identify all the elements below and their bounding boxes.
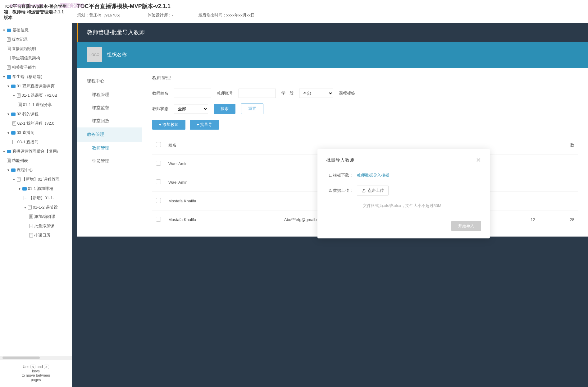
page-heading: 教师管理 [152, 75, 578, 81]
tree-doc[interactable]: 03-1 直播间 [0, 137, 72, 147]
axure-sidebar: axurehub.com 原型资源站 TOC平台直播mvp版本-整合学生端、教师… [0, 0, 72, 387]
checkbox-all[interactable] [156, 142, 161, 147]
row-checkbox[interactable] [156, 161, 161, 166]
app-nav: 课程中心 课程管理 课堂监督 课堂回放 教务管理 教师管理 学员管理 [77, 68, 142, 237]
nav-course-mgmt[interactable]: 课程管理 [77, 88, 142, 101]
tree-doc[interactable]: 相关案子能力 [0, 63, 72, 72]
folder-icon [11, 131, 16, 135]
watermark-2: 原型资源站 [59, 2, 84, 9]
import-modal: 批量导入教师 ✕ 1. 模板下载： 教师数据导入模板 2. 数据上传： 点击上传… [317, 149, 490, 238]
doc-title: TOC平台直播课模块-MVP版本-v2.1.1 [77, 2, 583, 10]
doc-icon [12, 140, 16, 144]
doc-header: TOC平台直播课模块-MVP版本-v2.1.1 策划：黄庄楠（916785） 体… [72, 0, 588, 23]
tree-doc[interactable]: ▼ 01-1-2 课节设 [0, 203, 72, 212]
doc-icon [7, 47, 11, 51]
prototype-canvas: 教师管理-批量导入教师 LOGO 组织名称 课程中心 课程管理 课堂监督 课堂回… [72, 23, 588, 387]
filter-status-select[interactable]: 全部 [174, 104, 208, 113]
row-checkbox[interactable] [156, 217, 161, 222]
template-download-link[interactable]: 教师数据导入模板 [357, 173, 389, 178]
doc-icon [7, 65, 11, 70]
doc-icon [29, 233, 33, 237]
modal-title: 批量导入教师 [326, 157, 354, 163]
org-name: 组织名称 [107, 52, 127, 58]
tree-doc[interactable]: 排课日历 [0, 231, 72, 240]
tree-doc[interactable]: 02-1 我的课程（v2.0 [0, 119, 72, 128]
nav-teacher-mgmt[interactable]: 教师管理 [77, 142, 142, 155]
filter-name-label: 教师姓名 [152, 90, 168, 96]
add-teacher-button[interactable]: + 添加教师 [152, 120, 185, 130]
doc-icon [29, 214, 33, 219]
tree-folder[interactable]: ▼ 课程中心 [0, 165, 72, 175]
upload-hint: 文件格式为.xls或.xlsx，文件大小不超过50M [326, 203, 481, 209]
tree-doc[interactable]: 添加/编辑课 [0, 212, 72, 221]
doc-icon [28, 205, 32, 210]
search-button[interactable]: 搜索 [214, 104, 235, 114]
meta-designer-label: 体验设计师： [148, 13, 172, 17]
tree-folder-basic[interactable]: ▼ 基础信息 [0, 25, 72, 35]
doc-icon [17, 177, 21, 182]
tree-folder-student[interactable]: ▼ 学生端（移动端） [0, 72, 72, 81]
th-count: 数 [539, 136, 578, 154]
doc-icon [18, 103, 22, 107]
filter-account-input[interactable] [239, 89, 276, 98]
close-icon[interactable]: ✕ [476, 156, 481, 164]
import-teacher-button[interactable]: + 批量导 [190, 120, 219, 130]
folder-icon [7, 29, 11, 32]
folder-icon [7, 150, 11, 153]
filter-tag-label: 课程标签 [339, 90, 355, 96]
tree-doc[interactable]: ▼ 【新增】01 课程管理 [0, 175, 72, 184]
nav-student-mgmt[interactable]: 学员管理 [77, 155, 142, 168]
doc-icon [17, 93, 21, 98]
doc-icon [29, 224, 33, 228]
meta-modified-label: 最后修改时间： [198, 13, 226, 17]
doc-icon [7, 56, 11, 60]
folder-icon [7, 75, 11, 79]
upload-button[interactable]: 点击上传 [357, 186, 389, 196]
row-checkbox[interactable] [156, 198, 161, 203]
filter-grade-label: 学 段 [281, 90, 294, 96]
tree-folder[interactable]: ▼ 01-1 添加课程 [0, 184, 72, 193]
tree-folder-admin[interactable]: ▼ 直播运营管理后台【复用\ [0, 147, 72, 156]
page-tree[interactable]: ▼ 基础信息 版本记录 直播流程说明 学生端信息架构 相关案子能力 ▼ 学生端（… [0, 24, 72, 356]
filter-grade-select[interactable]: 全部 [299, 89, 333, 98]
meta-planner-label: 策划： [77, 13, 89, 17]
tree-doc[interactable]: 直播流程说明 [0, 44, 72, 53]
tree-folder[interactable]: ▼ 02 我的课程 [0, 109, 72, 119]
tree-doc[interactable]: 【新增】01-1- [0, 193, 72, 203]
nav-course-center[interactable]: 课程中心 [77, 74, 142, 88]
meta-designer-value: - [172, 13, 173, 17]
meta-planner-value: 黄庄楠（916785） [89, 13, 123, 17]
filter-status-label: 教师状态 [152, 106, 168, 112]
app-topbar: LOGO 组织名称 [77, 42, 588, 68]
nav-class-monitor[interactable]: 课堂监督 [77, 101, 142, 114]
row-checkbox[interactable] [156, 179, 161, 184]
tree-doc[interactable]: ▼ 01-1 选课页（v2.0B [0, 91, 72, 100]
reset-button[interactable]: 重置 [241, 104, 263, 114]
tree-doc[interactable]: 版本记录 [0, 35, 72, 44]
key-next-icon: > [44, 365, 49, 369]
key-prev-icon: < [30, 365, 35, 369]
doc-icon [7, 159, 11, 163]
th-name: 姓名 [165, 136, 280, 154]
doc-icon [12, 121, 16, 126]
tree-doc[interactable]: 功能列表 [0, 156, 72, 165]
meta-modified-value: xxxx年xx月xx日 [226, 13, 255, 17]
keyboard-hint: Use < and > keys to move between pages [0, 360, 72, 387]
sidebar-scrollbar[interactable] [0, 356, 72, 360]
logo-placeholder: LOGO [87, 47, 102, 62]
watermark-1: axurehub.com [9, 2, 43, 8]
tree-doc[interactable]: 批量添加课 [0, 221, 72, 231]
nav-class-replay[interactable]: 课堂回放 [77, 114, 142, 127]
tree-folder[interactable]: ▼ 01 双师直播课选课页 [0, 81, 72, 91]
tree-doc[interactable]: 01-1-1 课程分享 [0, 100, 72, 109]
tree-folder[interactable]: ▼ 03 直播间 [0, 128, 72, 137]
tree-doc[interactable]: 学生端信息架构 [0, 53, 72, 63]
folder-icon [11, 85, 16, 88]
upload-icon [362, 188, 366, 193]
doc-icon [24, 196, 27, 200]
filter-name-input[interactable] [174, 89, 211, 98]
doc-icon [7, 37, 11, 42]
project-title-block: axurehub.com 原型资源站 TOC平台直播mvp版本-整合学生端、教师… [0, 0, 72, 24]
nav-academic-mgmt[interactable]: 教务管理 [77, 127, 142, 142]
start-import-button[interactable]: 开始导入 [451, 221, 481, 231]
